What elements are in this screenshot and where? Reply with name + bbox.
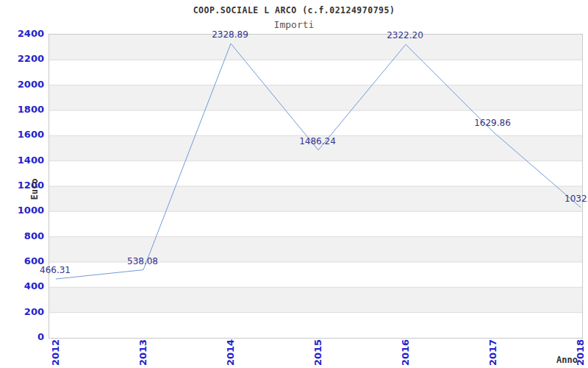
data-point-label: 538.08 <box>127 256 158 266</box>
y-tick-label: 1600 <box>0 129 44 141</box>
data-point-label: 1486.24 <box>299 136 336 146</box>
data-point-label: 2322.20 <box>387 30 423 40</box>
x-tick-label: 2012 <box>50 339 61 366</box>
chart-title: COOP.SOCIALE L ARCO (c.f.02124970795) <box>0 5 588 15</box>
grid-band <box>49 186 582 211</box>
x-tick-label: 2015 <box>312 339 323 366</box>
data-point-label: 1032.0 <box>564 194 588 204</box>
x-tick-label: 2017 <box>487 339 498 366</box>
chart-subtitle: Importi <box>0 19 588 30</box>
chart-screenshot: COOP.SOCIALE L ARCO (c.f.02124970795) Im… <box>0 0 588 368</box>
data-point-label: 2328.89 <box>212 29 248 40</box>
y-tick-label: 600 <box>0 255 44 267</box>
grid-band <box>49 85 582 110</box>
y-tick-label: 1400 <box>0 155 44 166</box>
x-axis-title: Anno <box>556 355 578 365</box>
y-tick-label: 400 <box>0 280 44 292</box>
y-axis-title: Euro <box>29 179 40 200</box>
y-tick-label: 2000 <box>0 79 44 91</box>
y-tick-label: 2400 <box>0 28 44 40</box>
y-tick-label: 800 <box>0 230 44 242</box>
y-tick-label: 1800 <box>0 104 44 116</box>
grid-band <box>49 287 582 312</box>
x-tick-label: 2014 <box>225 339 236 366</box>
grid-band <box>49 35 582 60</box>
y-tick-label: 200 <box>0 306 44 318</box>
x-tick-label: 2013 <box>137 339 148 366</box>
y-tick-label: 1000 <box>0 205 44 216</box>
data-point-label: 466.31 <box>40 265 71 275</box>
x-tick-label: 2016 <box>400 339 411 366</box>
data-point-label: 1629.86 <box>474 118 511 128</box>
plot-area <box>49 34 583 339</box>
y-tick-label: 0 <box>0 331 44 343</box>
plot-canvas <box>49 35 582 338</box>
y-tick-label: 2200 <box>0 53 44 65</box>
